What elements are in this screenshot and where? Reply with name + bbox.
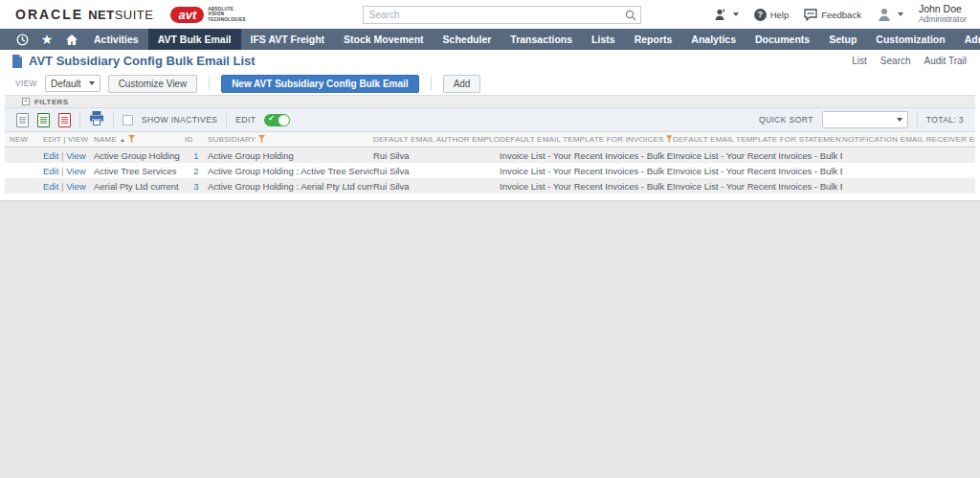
cell-invoice-template: Invoice List - Your Recent Invoices - Bu…	[500, 181, 673, 192]
expand-filters-icon[interactable]: +	[22, 98, 30, 105]
cell-default-email-author: Rui Silva	[373, 166, 500, 176]
search-input[interactable]	[363, 6, 641, 24]
show-inactives-checkbox[interactable]	[122, 115, 133, 125]
edit-label: EDIT	[235, 115, 256, 125]
avt-logo-badge: avt	[170, 7, 204, 23]
search-icon[interactable]	[625, 8, 636, 25]
column-header[interactable]: DEFAULT EMAIL AUTHOR EMPLOYEE	[373, 135, 500, 144]
avt-company-logo: avt ABSOLUTE VISION TECHNOLOGIES	[170, 7, 245, 23]
edit-link[interactable]: Edit	[43, 150, 58, 161]
user-icon	[877, 8, 892, 21]
nav-item[interactable]: Documents	[746, 29, 819, 50]
view-link[interactable]: View	[66, 166, 85, 176]
page-links: ListSearchAudit Trail	[852, 56, 967, 66]
filters-bar[interactable]: + FILTERS	[5, 95, 975, 108]
add-button[interactable]: Add	[443, 75, 481, 93]
nav-item[interactable]: Activities	[84, 29, 148, 50]
column-header[interactable]: EDIT | VIEW	[43, 135, 94, 144]
netsuite-wordmark-suite: SUITE	[115, 8, 154, 22]
filters-label: FILTERS	[34, 98, 69, 106]
page-link[interactable]: Search	[880, 56, 911, 66]
page-link[interactable]: Audit Trail	[924, 56, 967, 66]
column-header[interactable]: SUBSIDIARY	[208, 135, 373, 144]
roles-icon	[713, 9, 727, 21]
cell-subsidiary: Active Group Holding	[208, 150, 373, 161]
netsuite-wordmark-net: NET	[88, 8, 115, 22]
cell-edit-view: Edit | View	[43, 181, 94, 192]
cell-id: 2	[185, 166, 208, 176]
help-label: Help	[770, 10, 790, 20]
column-header[interactable]: NEW	[10, 135, 43, 144]
cell-name: Active Tree Services	[94, 166, 185, 176]
nav-item[interactable]: Setup	[819, 29, 866, 50]
column-header[interactable]: DEFAULT EMAIL TEMPLATE FOR INVOICES	[500, 135, 673, 144]
view-link[interactable]: View	[66, 150, 85, 161]
help-icon: ?	[754, 9, 767, 21]
toolbar-right: QUICK SORT TOTAL: 3	[759, 111, 964, 128]
column-header[interactable]: NAME▲	[94, 135, 185, 144]
nav-item[interactable]: AVT Bulk Email	[148, 29, 241, 50]
shortcuts-star-icon[interactable]: ★	[34, 29, 59, 50]
chevron-down-icon	[733, 12, 739, 16]
roles-menu[interactable]	[713, 9, 739, 21]
quick-sort-select[interactable]	[822, 111, 908, 128]
cell-default-email-author: Rui Silva	[373, 181, 500, 192]
recent-records-icon[interactable]	[10, 29, 34, 50]
page-title: AVT Subsidiary Config Bulk Email List	[29, 54, 256, 68]
help-menu[interactable]: ? Help	[754, 9, 790, 21]
cell-subsidiary: Active Group Holding : Aerial Pty Ltd cu…	[208, 181, 373, 192]
divider	[209, 77, 210, 90]
export-excel-icon[interactable]	[37, 113, 50, 127]
nav-item[interactable]: Reports	[625, 29, 682, 50]
chevron-down-icon	[898, 12, 903, 16]
table-footer-spacer	[0, 193, 980, 200]
divider	[113, 113, 114, 127]
edit-toggle[interactable]: ✓	[264, 114, 290, 126]
print-icon[interactable]	[89, 111, 104, 129]
nav-item[interactable]: Administration & Controls	[955, 29, 980, 50]
view-label: VIEW	[15, 79, 37, 88]
column-header[interactable]: ID	[185, 135, 208, 144]
export-pdf-icon[interactable]	[58, 113, 71, 127]
filter-funnel-icon	[258, 135, 265, 144]
export-csv-icon[interactable]	[16, 113, 29, 127]
page-background	[0, 200, 980, 478]
nav-menu: ActivitiesAVT Bulk EmailIFS AVT FreightS…	[84, 29, 980, 50]
nav-item[interactable]: IFS AVT Freight	[241, 29, 335, 50]
show-inactives-label: SHOW INACTIVES	[142, 115, 217, 125]
nav-item[interactable]: Analytics	[681, 29, 746, 50]
divider	[917, 113, 918, 127]
user-name: John Doe	[919, 4, 967, 14]
feedback-bubble-icon	[804, 9, 817, 21]
customize-view-button[interactable]: Customize View	[108, 75, 198, 93]
table-row: Edit | ViewActive Tree Services2Active G…	[5, 163, 975, 178]
column-header[interactable]: DEFAULT EMAIL TEMPLATE FOR STATEMENT	[673, 135, 842, 144]
nav-item[interactable]: Transactions	[501, 29, 582, 50]
page-link[interactable]: List	[852, 56, 867, 66]
feedback-menu[interactable]: Feedback	[804, 9, 861, 21]
nav-item[interactable]: Customization	[866, 29, 954, 50]
cell-subsidiary: Active Group Holding : Active Tree Servi…	[208, 166, 373, 176]
home-icon[interactable]	[59, 29, 84, 50]
divider	[226, 113, 227, 127]
cell-name: Aerial Pty Ltd current	[94, 181, 185, 192]
quick-sort-label: QUICK SORT	[759, 115, 813, 125]
table-body: Edit | ViewActive Group Holding1Active G…	[5, 148, 975, 193]
nav-item[interactable]: Lists	[582, 29, 625, 50]
divider	[431, 77, 432, 90]
feedback-label: Feedback	[821, 10, 861, 20]
view-select[interactable]: Default	[45, 75, 100, 92]
edit-link[interactable]: Edit	[43, 166, 58, 176]
user-menu[interactable]	[877, 8, 903, 21]
nav-item[interactable]: Scheduler	[434, 29, 501, 50]
table-row: Edit | ViewActive Group Holding1Active G…	[5, 148, 975, 163]
header-actions: ? Help Feedback John Doe Administrator	[713, 4, 967, 25]
nav-item[interactable]: Stock Movement	[334, 29, 433, 50]
cell-statement-template: Invoice List - Your Recent Invoices - Bu…	[673, 166, 842, 176]
edit-link[interactable]: Edit	[43, 181, 58, 192]
column-header[interactable]: NOTIFICATION EMAIL RECEIVER EMPLOYEE	[842, 135, 975, 144]
view-link[interactable]: View	[66, 181, 85, 192]
cell-statement-template: Invoice List - Your Recent Invoices - Bu…	[673, 181, 842, 192]
oracle-netsuite-logo: ORACLE NETSUITE	[15, 7, 153, 22]
new-record-button[interactable]: New AVT Subsidiary Config Bulk Email	[221, 75, 418, 93]
